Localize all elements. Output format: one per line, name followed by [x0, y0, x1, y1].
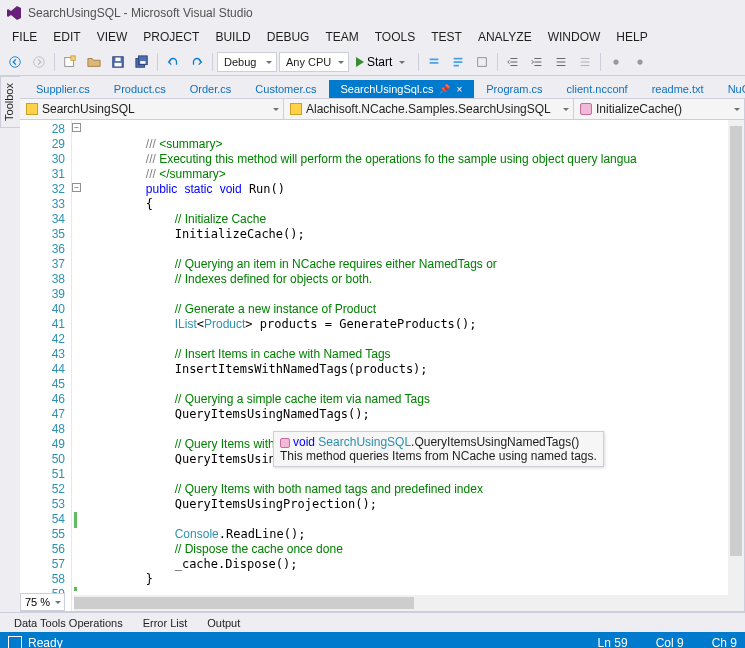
menu-edit[interactable]: EDIT — [45, 28, 88, 46]
vertical-scrollbar[interactable] — [728, 120, 744, 595]
line-number-gutter: 2829303132333435363738394041424344454647… — [20, 120, 72, 611]
open-file-button[interactable] — [83, 51, 105, 73]
change-marker — [74, 587, 77, 591]
menu-debug[interactable]: DEBUG — [259, 28, 318, 46]
play-icon — [356, 57, 364, 67]
tab-product-cs[interactable]: Product.cs — [102, 80, 178, 98]
menu-bar: FILEEDITVIEWPROJECTBUILDDEBUGTEAMTOOLSTE… — [0, 26, 745, 48]
save-button[interactable] — [107, 51, 129, 73]
pin-icon[interactable]: 📌 — [439, 84, 450, 94]
menu-analyze[interactable]: ANALYZE — [470, 28, 540, 46]
svg-point-12 — [614, 59, 619, 64]
nav-back-button[interactable] — [4, 51, 26, 73]
tooltab-output[interactable]: Output — [197, 615, 250, 631]
svg-rect-6 — [115, 57, 120, 61]
status-col: Col 9 — [656, 636, 684, 648]
svg-rect-5 — [115, 62, 122, 66]
status-icon — [8, 636, 22, 648]
tooltab-data-tools-operations[interactable]: Data Tools Operations — [4, 615, 133, 631]
undo-button[interactable] — [162, 51, 184, 73]
code-nav-bar: SearchUsingSQL Alachisoft.NCache.Samples… — [20, 98, 745, 120]
status-bar: Ready Ln 59 Col 9 Ch 9 — [0, 632, 745, 648]
title-bar: SearchUsingSQL - Microsoft Visual Studio — [0, 0, 745, 26]
csharp-project-icon — [26, 103, 38, 115]
misc-button-1[interactable] — [605, 51, 627, 73]
svg-rect-11 — [430, 62, 439, 64]
class-icon — [290, 103, 302, 115]
menu-build[interactable]: BUILD — [207, 28, 258, 46]
method-icon — [280, 438, 290, 448]
tab-order-cs[interactable]: Order.cs — [178, 80, 244, 98]
config-combo[interactable]: Debug — [217, 52, 277, 72]
fold-toggle-icon[interactable]: − — [72, 183, 81, 192]
toolbox-tab[interactable]: Toolbox — [0, 76, 20, 128]
outline-margin[interactable]: − − — [72, 120, 82, 611]
outdent-button[interactable] — [502, 51, 524, 73]
method-icon — [580, 103, 592, 115]
tool-window-tabs: Data Tools OperationsError ListOutput — [0, 612, 745, 632]
menu-view[interactable]: VIEW — [89, 28, 136, 46]
nav-class[interactable]: Alachisoft.NCache.Samples.SearchUsingSQL — [284, 99, 574, 119]
misc-button-2[interactable] — [629, 51, 651, 73]
close-icon[interactable]: × — [456, 84, 462, 95]
menu-tools[interactable]: TOOLS — [367, 28, 423, 46]
tab-supplier-cs[interactable]: Supplier.cs — [24, 80, 102, 98]
menu-window[interactable]: WINDOW — [540, 28, 609, 46]
tab-client-ncconf[interactable]: client.ncconf — [555, 80, 640, 98]
start-button[interactable]: Start — [351, 51, 414, 73]
tab-readme-txt[interactable]: readme.txt — [640, 80, 716, 98]
intellisense-tooltip: void SearchUsingSQL.QueryItemsUsingNamed… — [273, 431, 604, 467]
status-text: Ready — [28, 636, 63, 648]
fold-toggle-icon[interactable]: − — [72, 123, 81, 132]
tab-customer-cs[interactable]: Customer.cs — [243, 80, 328, 98]
nav-project[interactable]: SearchUsingSQL — [20, 99, 284, 119]
status-ch: Ch 9 — [712, 636, 737, 648]
toolbar: Debug Any CPU Start — [0, 48, 745, 76]
change-marker — [74, 512, 77, 528]
code-area[interactable]: /// <summary> /// Executing this method … — [82, 120, 744, 611]
step-button-2[interactable] — [447, 51, 469, 73]
horizontal-scrollbar[interactable] — [74, 595, 744, 611]
tab-nuget--se[interactable]: NuGet: Se — [716, 80, 745, 98]
menu-project[interactable]: PROJECT — [135, 28, 207, 46]
new-project-button[interactable] — [59, 51, 81, 73]
platform-combo[interactable]: Any CPU — [279, 52, 349, 72]
vs-logo-icon — [6, 5, 22, 21]
menu-team[interactable]: TEAM — [317, 28, 366, 46]
step-button-3[interactable] — [471, 51, 493, 73]
menu-test[interactable]: TEST — [423, 28, 470, 46]
svg-rect-9 — [140, 61, 145, 64]
step-button-1[interactable] — [423, 51, 445, 73]
nav-fwd-button[interactable] — [28, 51, 50, 73]
redo-button[interactable] — [186, 51, 208, 73]
menu-help[interactable]: HELP — [608, 28, 655, 46]
svg-rect-3 — [71, 55, 75, 59]
tooltab-error-list[interactable]: Error List — [133, 615, 198, 631]
status-line: Ln 59 — [598, 636, 628, 648]
nav-member[interactable]: InitializeCache() — [574, 99, 744, 119]
svg-point-0 — [10, 56, 21, 67]
svg-rect-10 — [430, 58, 439, 60]
comment-button[interactable] — [550, 51, 572, 73]
uncomment-button[interactable] — [574, 51, 596, 73]
menu-file[interactable]: FILE — [4, 28, 45, 46]
code-editor[interactable]: 2829303132333435363738394041424344454647… — [20, 120, 745, 612]
document-tabs: Supplier.csProduct.csOrder.csCustomer.cs… — [0, 76, 745, 98]
zoom-combo[interactable]: 75 % — [20, 593, 65, 611]
indent-button[interactable] — [526, 51, 548, 73]
window-title: SearchUsingSQL - Microsoft Visual Studio — [28, 6, 253, 20]
svg-point-1 — [34, 56, 45, 67]
tab-program-cs[interactable]: Program.cs — [474, 80, 554, 98]
save-all-button[interactable] — [131, 51, 153, 73]
tab-searchusingsql-cs[interactable]: SearchUsingSql.cs📌× — [329, 80, 475, 98]
svg-point-13 — [638, 59, 643, 64]
